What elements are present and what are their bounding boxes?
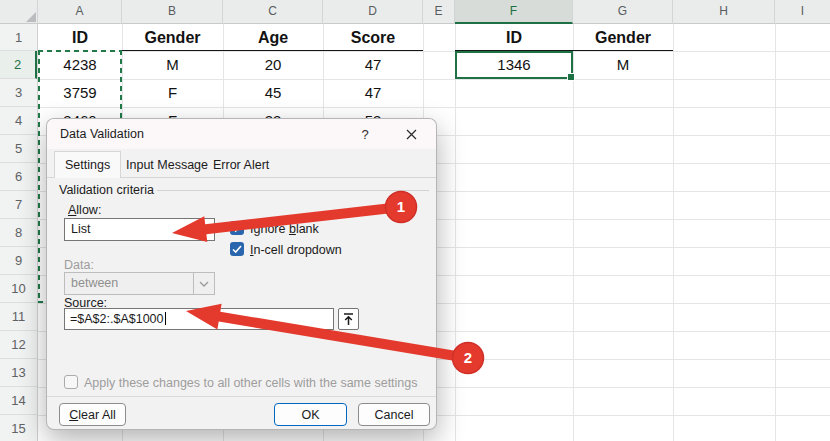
column-header-f-selected[interactable]: F xyxy=(455,0,573,24)
cell-a2[interactable]: 4238 xyxy=(38,51,122,79)
cell-d3[interactable]: 47 xyxy=(323,79,423,107)
chevron-down-icon xyxy=(193,273,214,294)
ignore-blank-accel: b xyxy=(289,222,296,236)
cell-d2[interactable]: 47 xyxy=(323,51,423,79)
row-header[interactable]: 2 xyxy=(0,51,37,79)
row-header[interactable]: 12 xyxy=(0,331,37,359)
cell-f1[interactable]: ID xyxy=(455,24,573,51)
data-value: between xyxy=(71,276,118,290)
select-all-corner[interactable] xyxy=(0,0,38,24)
marching-ants-right xyxy=(120,50,122,118)
ok-button[interactable]: OK xyxy=(274,403,347,426)
apply-changes-label: Apply these changes to all other cells w… xyxy=(84,376,418,390)
allow-label: Allow: xyxy=(68,203,101,217)
cancel-button[interactable]: Cancel xyxy=(358,403,430,426)
cell-b2[interactable]: M xyxy=(122,51,223,79)
row-header[interactable]: 13 xyxy=(0,359,37,387)
select-all-triangle-icon xyxy=(26,12,36,22)
row-header[interactable]: 7 xyxy=(0,191,37,219)
grid-vertical-line xyxy=(673,24,674,441)
ignore-blank-label[interactable]: Ignore blank xyxy=(250,222,319,236)
source-value: =$A$2:.$A$1000 xyxy=(70,312,164,326)
ignore-blank-checkbox[interactable] xyxy=(230,221,244,235)
dialog-titlebar[interactable]: Data Validation xyxy=(47,119,436,149)
grid-vertical-line xyxy=(775,24,776,441)
close-icon[interactable] xyxy=(402,125,420,143)
row-header[interactable]: 4 xyxy=(0,107,37,135)
row-header[interactable]: 8 xyxy=(0,219,37,247)
ignore-blank-pre: Ignore xyxy=(250,222,289,236)
column-header-g[interactable]: G xyxy=(573,0,673,24)
text-cursor xyxy=(165,312,166,325)
tab-settings[interactable]: Settings xyxy=(54,151,121,178)
column-header-h[interactable]: H xyxy=(673,0,775,24)
tab-error-alert[interactable]: Error Alert xyxy=(203,154,279,177)
allow-dropdown[interactable]: List xyxy=(64,218,215,241)
cell-g2[interactable]: M xyxy=(573,51,673,79)
cell-b3[interactable]: F xyxy=(122,79,223,107)
cell-d1[interactable]: Score xyxy=(323,24,423,51)
column-header-i[interactable]: I xyxy=(775,0,830,24)
allow-value: List xyxy=(71,222,90,236)
in-cell-dropdown-label[interactable]: In-cell dropdown xyxy=(250,243,342,257)
clear-accel: C xyxy=(69,408,78,422)
grid-vertical-line xyxy=(573,24,574,441)
row-header[interactable]: 1 xyxy=(0,24,37,51)
row-header[interactable]: 15 xyxy=(0,415,37,441)
collapse-arrow-icon xyxy=(342,312,355,326)
row-headers: 123456789101112131415 xyxy=(0,24,38,441)
cell-c1[interactable]: Age xyxy=(223,24,323,51)
column-header-a[interactable]: A xyxy=(38,0,122,24)
column-header-strip: A B C D E F G H I xyxy=(0,0,830,24)
row-header[interactable]: 11 xyxy=(0,303,37,331)
cell-g1[interactable]: Gender xyxy=(573,24,673,51)
cell-b1[interactable]: Gender xyxy=(122,24,223,51)
cell-c2[interactable]: 20 xyxy=(223,51,323,79)
clear-all-button[interactable]: Clear All xyxy=(59,403,126,426)
help-icon[interactable]: ? xyxy=(356,125,374,143)
group-divider xyxy=(157,190,429,191)
row-header[interactable]: 9 xyxy=(0,247,37,275)
column-header-d[interactable]: D xyxy=(323,0,423,24)
row-header[interactable]: 14 xyxy=(0,387,37,415)
marching-ants-left xyxy=(38,50,40,303)
column-header-b[interactable]: B xyxy=(122,0,223,24)
allow-rest: llow: xyxy=(76,203,101,217)
in-cell-rest: n-cell dropdown xyxy=(253,243,341,257)
grid-vertical-line xyxy=(455,24,456,441)
cell-c3[interactable]: 45 xyxy=(223,79,323,107)
dialog-title: Data Validation xyxy=(60,127,144,141)
column-header-e[interactable]: E xyxy=(423,0,455,24)
marching-ants-top xyxy=(38,50,122,52)
clear-rest: lear All xyxy=(78,408,116,422)
column-header-c[interactable]: C xyxy=(223,0,323,24)
button-bar-divider xyxy=(47,396,436,397)
row-header[interactable]: 10 xyxy=(0,275,37,303)
in-cell-dropdown-checkbox[interactable] xyxy=(230,242,244,256)
data-validation-dialog: Data Validation ? Settings Input Message… xyxy=(46,118,437,430)
chevron-down-icon[interactable] xyxy=(193,219,214,240)
source-input[interactable]: =$A$2:.$A$1000 xyxy=(64,308,334,330)
data-dropdown-disabled: between xyxy=(64,272,215,295)
cell-a3[interactable]: 3759 xyxy=(38,79,122,107)
row-header[interactable]: 3 xyxy=(0,79,37,107)
data-label: Data: xyxy=(64,258,94,272)
row-header[interactable]: 6 xyxy=(0,163,37,191)
ignore-blank-rest: lank xyxy=(296,222,319,236)
apply-changes-checkbox xyxy=(64,375,78,389)
cell-a1[interactable]: ID xyxy=(38,24,122,51)
validation-criteria-label: Validation criteria xyxy=(59,183,154,197)
collapse-dialog-button[interactable] xyxy=(338,308,359,330)
active-cell-selection[interactable] xyxy=(455,51,573,79)
row-header[interactable]: 5 xyxy=(0,135,37,163)
